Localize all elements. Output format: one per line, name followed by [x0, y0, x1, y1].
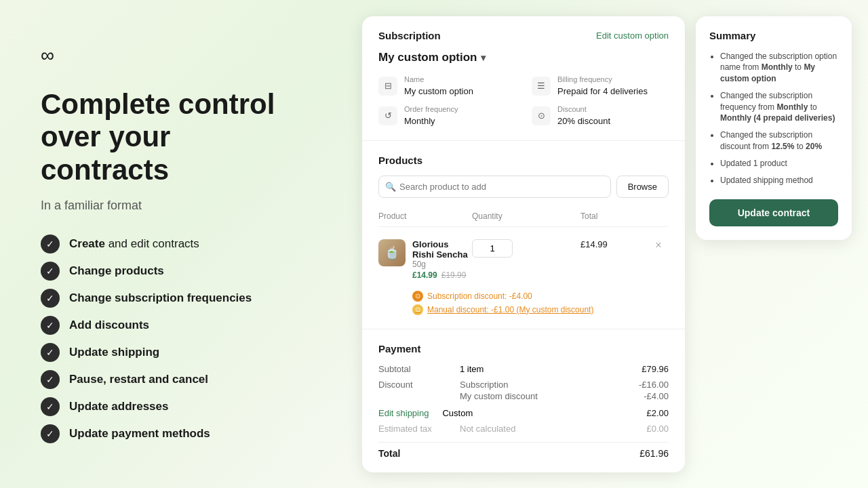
discount-detail: ⊙ Discount 20% discount — [532, 105, 669, 127]
right-area: Subscription Edit custom option My custo… — [346, 3, 868, 486]
discount-value: 20% discount — [557, 116, 610, 126]
products-table-header: Product Quantity Total — [378, 209, 669, 227]
total-amount: £61.96 — [639, 448, 669, 459]
list-item: Updated shipping method — [720, 175, 838, 186]
remove-product-button[interactable]: × — [648, 239, 669, 251]
discount-icon: ⊙ — [532, 106, 551, 125]
discount-row: Discount Subscription -£16.00 My custom … — [378, 380, 669, 403]
list-item: Updated 1 product — [720, 158, 838, 169]
edit-shipping-link[interactable]: Edit shipping — [378, 408, 429, 418]
subscription-discount-row: ⊙ Subscription discount: -£4.00 — [412, 291, 669, 302]
main-card: Subscription Edit custom option My custo… — [362, 16, 685, 472]
check-icon: ✓ — [41, 343, 60, 362]
billing-detail: ☰ Billing frequency Prepaid for 4 delive… — [532, 75, 669, 97]
subtotal-amount: £79.96 — [642, 364, 669, 374]
list-item: ✓ Update addresses — [41, 397, 305, 416]
shipping-type: Custom — [442, 408, 473, 418]
hero-title: Complete control over your contracts — [41, 88, 305, 186]
product-info: 🍵 Glorious Rishi Sencha 50g £14.99 £19.9… — [378, 239, 472, 280]
check-icon: ✓ — [41, 235, 60, 253]
search-row: 🔍 Browse — [378, 176, 669, 198]
products-header: Products — [378, 155, 669, 166]
product-rows: 🍵 Glorious Rishi Sencha 50g £14.99 £19.9… — [378, 234, 669, 315]
left-panel: ∞ Complete control over your contracts I… — [0, 18, 346, 470]
list-item: ✓ Change subscription frequencies — [41, 289, 305, 308]
subscription-selector[interactable]: My custom option ▾ — [378, 51, 669, 64]
tax-label: Estimated tax — [378, 424, 446, 434]
edit-custom-option-link[interactable]: Edit custom option — [596, 30, 669, 41]
name-icon: ⊟ — [378, 77, 397, 96]
product-name: Glorious Rishi Sencha — [412, 239, 472, 260]
product-prices: £14.99 £19.99 — [412, 270, 472, 280]
discount-label: Discount — [557, 105, 610, 113]
discount-sub2: My custom discount -£4.00 — [460, 391, 669, 401]
summary-title: Summary — [709, 30, 838, 41]
subscription-header: Subscription Edit custom option — [378, 30, 669, 41]
quantity-input[interactable] — [472, 239, 513, 258]
order-icon: ↺ — [378, 106, 397, 125]
shipping-amount: £2.00 — [646, 408, 669, 418]
discount-label: Discount — [378, 380, 446, 390]
shipping-row: Edit shipping Custom £2.00 — [378, 408, 669, 418]
discount-sub1-label: Subscription — [460, 380, 509, 390]
products-section: Products 🔍 Browse Product Quantity Total — [362, 141, 685, 329]
list-item: Changed the subscription frequency from … — [720, 90, 838, 124]
dropdown-arrow-icon: ▾ — [481, 52, 486, 63]
list-item: ✓ Update shipping — [41, 343, 305, 362]
list-item: ✓ Change products — [41, 262, 305, 281]
order-value: Monthly — [404, 116, 435, 126]
product-variant: 50g — [412, 260, 472, 269]
payment-header: Payment — [378, 343, 669, 354]
search-input[interactable] — [378, 176, 611, 198]
feature-list: ✓ Create and edit contracts ✓ Change pro… — [41, 235, 305, 443]
list-item: ✓ Add discounts — [41, 316, 305, 335]
payment-title: Payment — [378, 343, 421, 354]
subtotal-items: 1 item — [460, 364, 484, 374]
manual-discount-row[interactable]: ⊙ Manual discount: -£1.00 (My custom dis… — [412, 304, 669, 315]
check-icon: ✓ — [41, 316, 60, 335]
update-contract-button[interactable]: Update contract — [709, 199, 838, 226]
total-label: Total — [378, 448, 446, 459]
total-row: Total £61.96 — [378, 442, 669, 459]
products-title: Products — [378, 155, 422, 166]
subscription-discount-label: Subscription discount: -£4.00 — [427, 291, 532, 301]
discount-sub1-amount: -£16.00 — [639, 380, 669, 390]
price-current: £14.99 — [412, 270, 437, 280]
subtotal-label: Subtotal — [378, 364, 446, 374]
infinity-icon: ∞ — [41, 45, 54, 66]
check-icon: ✓ — [41, 370, 60, 389]
table-row: 🍵 Glorious Rishi Sencha 50g £14.99 £19.9… — [378, 234, 669, 285]
discount-sub2-amount: -£4.00 — [644, 391, 669, 401]
browse-button[interactable]: Browse — [616, 176, 669, 198]
name-detail: ⊟ Name My custom option — [378, 75, 515, 97]
col-total: Total — [580, 211, 648, 221]
name-value: My custom option — [404, 86, 473, 96]
list-item: Changed the subscription option name fro… — [720, 51, 838, 85]
billing-label: Billing frequency — [557, 75, 648, 83]
tax-row: Estimated tax Not calculated £0.00 — [378, 424, 669, 434]
check-icon: ✓ — [41, 397, 60, 416]
subscription-details: ⊟ Name My custom option ☰ Billing freque… — [378, 75, 669, 127]
search-icon: 🔍 — [385, 182, 396, 192]
check-icon: ✓ — [41, 262, 60, 281]
billing-value: Prepaid for 4 deliveries — [557, 86, 648, 96]
product-total: £14.99 — [580, 239, 648, 249]
hero-subtitle: In a familiar format — [41, 199, 305, 213]
discount-sub1: Subscription -£16.00 — [460, 380, 669, 390]
name-label: Name — [404, 75, 473, 83]
manual-discount-label: Manual discount: -£1.00 (My custom disco… — [427, 305, 593, 314]
search-input-wrap: 🔍 — [378, 176, 611, 198]
selected-option-label: My custom option — [378, 51, 477, 64]
subtotal-row: Subtotal 1 item £79.96 — [378, 364, 669, 374]
manual-discount-icon: ⊙ — [412, 304, 423, 315]
billing-icon: ☰ — [532, 77, 551, 96]
payment-grid: Subtotal 1 item £79.96 Discount Subscrip… — [378, 364, 669, 459]
list-item: ✓ Update payment methods — [41, 424, 305, 443]
summary-card: Summary Changed the subscription option … — [696, 16, 852, 241]
col-product: Product — [378, 211, 472, 221]
tax-amount: £0.00 — [646, 424, 669, 434]
logo: ∞ — [41, 45, 305, 66]
list-item: ✓ Pause, restart and cancel — [41, 370, 305, 389]
payment-section: Payment Subtotal 1 item £79.96 Discount … — [362, 329, 685, 472]
price-original: £19.99 — [441, 270, 467, 280]
